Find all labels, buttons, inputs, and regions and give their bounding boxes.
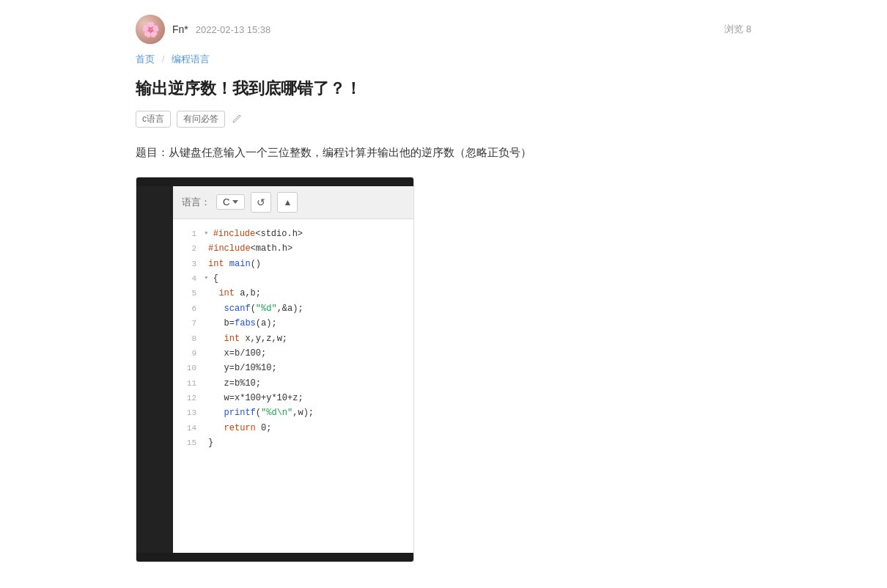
author-info: Fn* 2022-02-13 15:38 [172,23,270,35]
upload-button[interactable]: ▲ [277,192,298,213]
breadcrumb-category[interactable]: 编程语言 [172,54,210,65]
avatar [136,15,165,44]
photo-top-bar [136,177,413,186]
code-bottom-padding [173,451,413,466]
code-line-4: 4 ▾ { [173,271,413,286]
tag-clanguage[interactable]: c语言 [136,111,171,128]
upload-icon: ▲ [283,197,292,207]
author-name: Fn* [172,23,188,35]
tags-row: c语言 有问必答 [136,111,751,128]
lang-select[interactable]: C [216,194,245,210]
code-line-7: 7 b=fabs(a); [173,316,413,331]
post-time: 2022-02-13 15:38 [196,24,271,35]
code-content: 1 ▾ #include<stdio.h> 2 #include<math.h>… [173,219,413,473]
code-line-5: 5 int a,b; [173,286,413,301]
chevron-down-icon [232,200,238,204]
code-editor-header: 语言： C ↺ ▲ [173,186,413,219]
code-line-2: 2 #include<math.h> [173,241,413,256]
breadcrumb-home[interactable]: 首页 [136,54,155,65]
post-description: 题目：从键盘任意输入一个三位整数，编程计算并输出他的逆序数（忽略正负号） [136,142,751,162]
code-line-15: 15 } [173,436,413,450]
refresh-button[interactable]: ↺ [251,192,271,213]
code-line-13: 13 printf("%d\n",w); [173,405,413,420]
code-line-8: 8 int x,y,z,w; [173,331,413,346]
code-line-1: 1 ▾ #include<stdio.h> [173,227,413,241]
lang-select-text: C [223,196,229,207]
post-title: 输出逆序数！我到底哪错了？！ [136,78,751,100]
refresh-icon: ↺ [257,196,265,208]
header-row: Fn* 2022-02-13 15:38 浏览 8 [136,15,751,44]
photo-body: 语言： C ↺ ▲ 1 ▾ [136,186,413,553]
breadcrumb: 首页 / 编程语言 [136,53,751,66]
view-count: 浏览 8 [724,23,751,36]
code-line-11: 11 z=b%10; [173,376,413,391]
tag-qa[interactable]: 有问必答 [177,111,225,128]
code-line-12: 12 w=x*100+y*10+z; [173,391,413,405]
breadcrumb-sep: / [162,54,165,65]
code-editor-area: 语言： C ↺ ▲ 1 ▾ [173,186,413,553]
lang-label: 语言： [182,196,210,209]
code-line-14: 14 return 0; [173,421,413,436]
code-image-container: 语言： C ↺ ▲ 1 ▾ [136,177,414,562]
photo-left-edge [136,186,173,553]
photo-bottom-bar [136,553,413,562]
code-line-10: 10 y=b/10%10; [173,361,413,375]
code-line-3: 3 int main() [173,257,413,271]
code-line-9: 9 x=b/100; [173,346,413,361]
edit-icon[interactable] [231,113,243,125]
author-area: Fn* 2022-02-13 15:38 [136,15,270,44]
code-line-6: 6 scanf("%d",&a); [173,301,413,316]
